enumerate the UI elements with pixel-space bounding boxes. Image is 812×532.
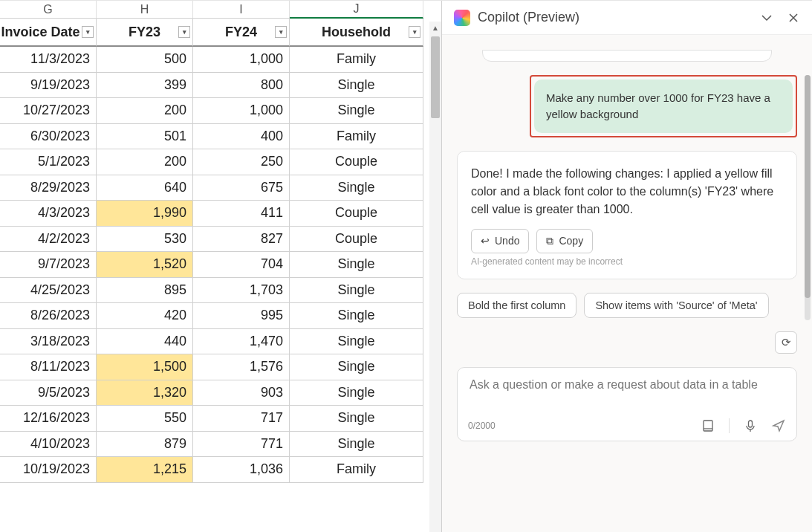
cell-fy23[interactable]: 879 (97, 432, 193, 458)
cell-household[interactable]: Couple (290, 201, 423, 227)
cell-fy24[interactable]: 800 (193, 73, 290, 99)
cell-invoice-date[interactable]: 11/3/2023 (0, 47, 97, 73)
cell-invoice-date[interactable]: 6/30/2023 (0, 124, 97, 150)
mic-icon[interactable] (743, 418, 758, 433)
table-row[interactable]: 10/27/20232001,000Single (0, 98, 441, 124)
col-header-i[interactable]: I (193, 1, 290, 19)
filter-dropdown-icon[interactable]: ▾ (178, 26, 190, 38)
cell-fy24[interactable]: 903 (193, 380, 290, 406)
cell-invoice-date[interactable]: 4/25/2023 (0, 278, 97, 304)
col-header-j[interactable]: J (290, 1, 423, 19)
table-row[interactable]: 9/7/20231,520704Single (0, 252, 441, 278)
table-row[interactable]: 5/1/2023200250Couple (0, 149, 441, 175)
cell-invoice-date[interactable]: 10/27/2023 (0, 98, 97, 124)
table-row[interactable]: 6/30/2023501400Family (0, 124, 441, 150)
cell-fy24[interactable]: 411 (193, 201, 290, 227)
cell-fy24[interactable]: 400 (193, 124, 290, 150)
cell-fy23[interactable]: 500 (97, 47, 193, 73)
cell-invoice-date[interactable]: 3/18/2023 (0, 329, 97, 355)
cell-fy24[interactable]: 250 (193, 149, 290, 175)
scroll-up-icon[interactable]: ▲ (429, 22, 441, 33)
filter-dropdown-icon[interactable]: ▾ (82, 26, 94, 38)
scrollbar-thumb[interactable] (431, 36, 440, 118)
col-header-h[interactable]: H (97, 1, 193, 19)
cell-fy23[interactable]: 1,500 (97, 354, 193, 380)
cell-fy24[interactable]: 1,703 (193, 278, 290, 304)
table-row[interactable]: 12/16/2023550717Single (0, 406, 441, 432)
cell-invoice-date[interactable]: 8/11/2023 (0, 354, 97, 380)
cell-household[interactable]: Single (290, 432, 423, 458)
cell-fy23[interactable]: 1,990 (97, 201, 193, 227)
cell-household[interactable]: Single (290, 98, 423, 124)
cell-household[interactable]: Single (290, 354, 423, 380)
suggestion-bold-first-column[interactable]: Bold the first column (457, 293, 576, 318)
pane-scrollbar-thumb[interactable] (805, 75, 811, 298)
cell-invoice-date[interactable]: 12/16/2023 (0, 406, 97, 432)
cell-fy23[interactable]: 640 (97, 175, 193, 201)
vertical-scrollbar[interactable]: ▲ (429, 22, 441, 532)
col-header-g[interactable]: G (0, 1, 97, 19)
header-fy24[interactable]: FY24▾ (193, 19, 290, 47)
cell-fy23[interactable]: 200 (97, 149, 193, 175)
cell-household[interactable]: Single (290, 329, 423, 355)
cell-fy23[interactable]: 1,215 (97, 457, 193, 483)
cell-fy23[interactable]: 501 (97, 124, 193, 150)
cell-invoice-date[interactable]: 5/1/2023 (0, 149, 97, 175)
undo-button[interactable]: ↩ Undo (471, 229, 529, 253)
header-fy23[interactable]: FY23▾ (97, 19, 193, 47)
cell-invoice-date[interactable]: 4/2/2023 (0, 227, 97, 253)
book-icon[interactable] (701, 418, 715, 433)
cell-fy23[interactable]: 530 (97, 227, 193, 253)
cell-household[interactable]: Family (290, 124, 423, 150)
cell-invoice-date[interactable]: 4/10/2023 (0, 432, 97, 458)
cell-household[interactable]: Family (290, 457, 423, 483)
filter-dropdown-icon[interactable]: ▾ (275, 26, 287, 38)
table-row[interactable]: 10/19/20231,2151,036Family (0, 457, 441, 483)
cell-fy23[interactable]: 1,320 (97, 380, 193, 406)
table-row[interactable]: 11/3/20235001,000Family (0, 47, 441, 73)
cell-fy23[interactable]: 420 (97, 303, 193, 329)
cell-household[interactable]: Couple (290, 227, 423, 253)
cell-fy24[interactable]: 1,470 (193, 329, 290, 355)
cell-fy23[interactable]: 895 (97, 278, 193, 304)
cell-fy24[interactable]: 995 (193, 303, 290, 329)
cell-fy24[interactable]: 1,036 (193, 457, 290, 483)
cell-fy23[interactable]: 1,520 (97, 252, 193, 278)
send-icon[interactable] (771, 418, 786, 433)
table-row[interactable]: 8/29/2023640675Single (0, 175, 441, 201)
copy-button[interactable]: ⧉ Copy (536, 229, 593, 253)
cell-invoice-date[interactable]: 8/29/2023 (0, 175, 97, 201)
cell-household[interactable]: Single (290, 303, 423, 329)
cell-household[interactable]: Couple (290, 149, 423, 175)
suggestion-show-source-meta[interactable]: Show items with 'Source' of 'Meta' (584, 293, 768, 318)
cell-household[interactable]: Family (290, 47, 423, 73)
table-row[interactable]: 4/10/2023879771Single (0, 432, 441, 458)
cell-invoice-date[interactable]: 9/19/2023 (0, 73, 97, 99)
cell-fy24[interactable]: 704 (193, 252, 290, 278)
cell-invoice-date[interactable]: 9/5/2023 (0, 380, 97, 406)
cell-invoice-date[interactable]: 4/3/2023 (0, 201, 97, 227)
header-household[interactable]: Household▾ (290, 19, 423, 47)
cell-fy24[interactable]: 1,576 (193, 354, 290, 380)
cell-fy24[interactable]: 1,000 (193, 47, 290, 73)
close-icon[interactable] (787, 11, 800, 25)
table-row[interactable]: 9/19/2023399800Single (0, 73, 441, 99)
cell-fy23[interactable]: 200 (97, 98, 193, 124)
cell-invoice-date[interactable]: 10/19/2023 (0, 457, 97, 483)
table-row[interactable]: 4/3/20231,990411Couple (0, 201, 441, 227)
cell-fy24[interactable]: 1,000 (193, 98, 290, 124)
cell-household[interactable]: Single (290, 278, 423, 304)
cell-household[interactable]: Single (290, 73, 423, 99)
cell-fy24[interactable]: 827 (193, 227, 290, 253)
cell-fy23[interactable]: 550 (97, 406, 193, 432)
table-row[interactable]: 3/18/20234401,470Single (0, 329, 441, 355)
cell-fy23[interactable]: 440 (97, 329, 193, 355)
collapse-icon[interactable] (760, 11, 773, 25)
cell-invoice-date[interactable]: 8/26/2023 (0, 303, 97, 329)
table-row[interactable]: 8/26/2023420995Single (0, 303, 441, 329)
table-row[interactable]: 4/2/2023530827Couple (0, 227, 441, 253)
regenerate-button[interactable]: ⟳ (775, 331, 797, 354)
filter-dropdown-icon[interactable]: ▾ (409, 26, 420, 38)
cell-household[interactable]: Single (290, 175, 423, 201)
pane-scrollbar[interactable] (805, 75, 811, 320)
